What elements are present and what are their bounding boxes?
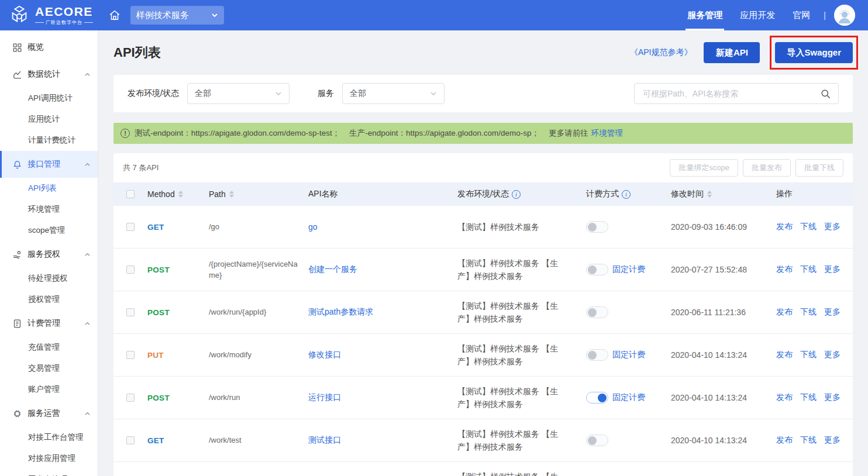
top-nav-app-dev[interactable]: 应用开发 [731,0,784,30]
service-filter-select[interactable]: 全部 [342,83,445,104]
api-name-link[interactable]: 创建一个服务 [308,264,357,274]
publish-link[interactable]: 发布 [776,222,793,232]
sidebar-item-metering-billing-stats[interactable]: 计量计费统计 [0,130,98,151]
path-text: /work/test [209,436,242,444]
column-header-4: 计费方式i [586,189,671,199]
home-icon[interactable] [108,9,121,22]
env-mgmt-link[interactable]: 环境管理 [591,128,623,139]
billing-toggle[interactable] [586,434,608,446]
api-table-card: 共 7 条API 批量绑定scope批量发布批量下线 MethodPathAPI… [113,153,853,476]
sort-icon[interactable] [229,191,234,198]
billing-toggle[interactable] [586,306,608,318]
billing-toggle[interactable] [586,264,608,275]
chip-icon [12,409,22,419]
billing-cell: 固定计费 [586,349,671,361]
api-name-link[interactable]: 修改接口 [308,350,341,359]
more-link[interactable]: 更多 [824,392,841,403]
nav-divider: | [824,11,826,20]
actions-cell: 发布下线更多 [776,307,853,318]
chevron-down-icon [430,90,437,97]
more-link[interactable]: 更多 [824,435,841,446]
more-link[interactable]: 更多 [824,222,841,232]
env-filter-select[interactable]: 全部 [187,83,290,104]
sort-icon[interactable] [178,191,183,198]
api-name-link[interactable]: 测试接口 [308,435,341,444]
row-checkbox-cell [113,308,147,316]
sidebar-item-api-mgmt[interactable]: 接口管理 [0,151,98,178]
billing-toggle[interactable] [586,392,608,403]
sidebar-item-scope-mgmt[interactable]: scope管理 [0,220,98,241]
search-icon[interactable] [820,88,831,99]
row-checkbox[interactable] [126,223,135,231]
search-input[interactable] [642,88,815,99]
sidebar-item-account-mgmt[interactable]: 账户管理 [0,379,98,400]
avatar[interactable] [834,5,855,26]
more-link[interactable]: 更多 [824,307,841,318]
column-header-label: 修改时间 [671,189,704,199]
sidebar-item-env-mgmt[interactable]: 环境管理 [0,199,98,220]
more-link[interactable]: 更多 [824,350,841,360]
top-nav-service-mgmt[interactable]: 服务管理 [678,0,731,30]
row-checkbox[interactable] [126,265,135,274]
import-swagger-button[interactable]: 导入Swagger [775,42,853,63]
publish-link[interactable]: 发布 [776,307,793,318]
batch-offline-button[interactable]: 批量下线 [795,159,843,177]
sidebar-item-app-stats[interactable]: 应用统计 [0,109,98,130]
path-cell: /go [209,221,308,233]
info-icon[interactable]: i [622,190,631,199]
chevron-up-icon[interactable] [84,411,91,417]
sidebar-item-api-list[interactable]: API列表 [0,178,98,199]
billing-label: 固定计费 [612,392,645,403]
sidebar-item-trade-mgmt[interactable]: 交易管理 [0,358,98,379]
env-filter-value: 全部 [195,88,211,99]
sidebar-item-overview[interactable]: 概览 [0,34,98,61]
sidebar-item-api-call-stats[interactable]: API调用统计 [0,88,98,109]
chevron-up-icon[interactable] [84,71,91,78]
sidebar-item-service-ops[interactable]: 服务运营 [0,400,98,427]
offline-link[interactable]: 下线 [800,392,817,403]
sidebar-item-auth-mgmt[interactable]: 授权管理 [0,289,98,310]
offline-link[interactable]: 下线 [800,264,817,275]
row-checkbox[interactable] [126,436,135,444]
offline-link[interactable]: 下线 [800,435,817,446]
offline-link[interactable]: 下线 [800,307,817,318]
project-select[interactable]: 样例技术服务 [130,6,224,25]
more-link[interactable]: 更多 [824,264,841,275]
billing-toggle[interactable] [586,221,608,233]
sidebar-item-data-stats[interactable]: 数据统计 [0,61,98,88]
row-checkbox[interactable] [126,308,135,316]
top-nav-official-site[interactable]: 官网 [784,0,819,30]
new-api-button[interactable]: 新建API [704,42,760,63]
api-name-link[interactable]: go [308,222,318,232]
billing-cell: 固定计费 [586,392,671,403]
row-checkbox[interactable] [126,394,135,402]
chevron-up-icon[interactable] [84,320,91,327]
publish-link[interactable]: 发布 [776,350,793,360]
sidebar-item-developer-mgmt[interactable]: 开发者管理 [0,469,98,476]
info-icon[interactable]: i [512,190,521,199]
sidebar-item-billing-mgmt[interactable]: 计费管理 [0,310,98,337]
logo[interactable]: AECORE 广联达数字中台 [8,4,93,26]
chevron-up-icon[interactable] [84,161,91,168]
method-cell: POST [147,308,209,317]
chevron-up-icon[interactable] [84,251,91,258]
publish-link[interactable]: 发布 [776,392,793,403]
billing-toggle[interactable] [586,349,608,361]
sidebar-item-service-auth[interactable]: 服务授权 [0,241,98,268]
api-name-link[interactable]: 测试path参数请求 [308,307,373,316]
sidebar-item-recharge-mgmt[interactable]: 充值管理 [0,337,98,358]
offline-link[interactable]: 下线 [800,222,817,232]
batch-bind-scope-button[interactable]: 批量绑定scope [670,159,738,177]
sort-icon[interactable] [707,191,712,198]
api-name-link[interactable]: 运行接口 [308,392,341,402]
offline-link[interactable]: 下线 [800,350,817,360]
publish-link[interactable]: 发布 [776,264,793,275]
sidebar-item-workbench-mgmt[interactable]: 对接工作台管理 [0,427,98,448]
publish-link[interactable]: 发布 [776,435,793,446]
sidebar-item-pending-auth[interactable]: 待处理授权 [0,268,98,289]
batch-publish-button[interactable]: 批量发布 [743,159,791,177]
sidebar-item-integration-app-mgmt[interactable]: 对接应用管理 [0,448,98,469]
api-spec-link[interactable]: 《API规范参考》 [630,47,693,58]
select-all-checkbox[interactable] [126,190,135,198]
row-checkbox[interactable] [126,351,135,359]
